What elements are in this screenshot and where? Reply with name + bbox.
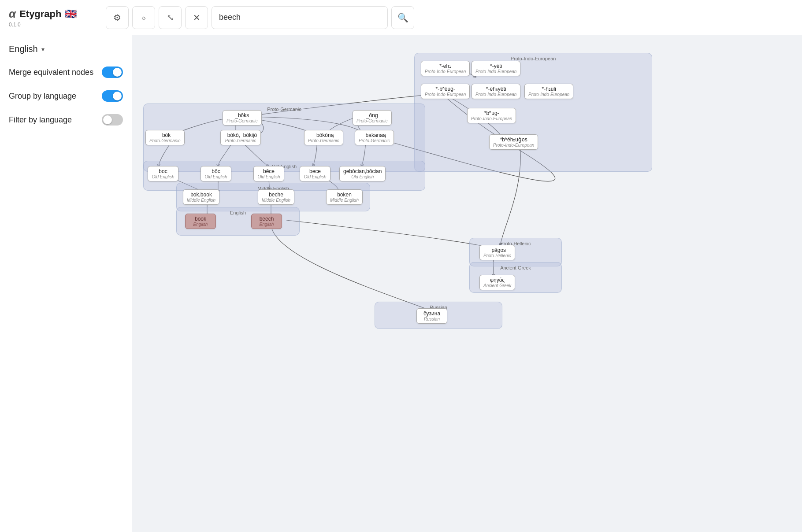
language-label: English <box>9 44 38 54</box>
filter-option: Filter by language <box>9 114 123 126</box>
node-bokono[interactable]: _bōkōną Proto-Germanic <box>304 130 343 145</box>
graph-inner: Proto-Indo-European Proto-Germanic Old E… <box>141 44 670 440</box>
node-bokbook-me[interactable]: bok,book Middle English <box>183 189 219 205</box>
merge-toggle[interactable] <box>102 66 123 78</box>
node-bece-oe[interactable]: bēce Old English <box>253 166 284 181</box>
eraser-button[interactable]: ⬦ <box>132 6 155 29</box>
node-phegos-agr[interactable]: φηγός Ancient Greek <box>479 275 515 290</box>
header: α Etygraph 🇬🇧 0.1.0 ⚙ ⬦ ⤡ ✕ 🔍 <box>0 0 802 35</box>
node-beech-en[interactable]: beech English <box>251 214 282 229</box>
filter-label: Filter by language <box>9 115 72 125</box>
node-book-en[interactable]: book English <box>185 214 216 229</box>
node-eh1[interactable]: *-eh₁ Proto-Indo-European <box>421 61 470 76</box>
node-bheug[interactable]: *-bʰéug- Proto-Indo-European <box>421 84 470 99</box>
search-input[interactable] <box>212 6 388 29</box>
sidebar: English ▾ Merge equivalent nodes Group b… <box>0 35 132 532</box>
node-bakana[interactable]: _bakanaą Proto-Germanic <box>355 130 394 145</box>
node-bece2-oe[interactable]: bece Old English <box>300 166 330 181</box>
node-boken-me[interactable]: boken Middle English <box>326 189 363 205</box>
merge-option: Merge equivalent nodes <box>9 66 123 78</box>
settings-button[interactable]: ⚙ <box>106 6 129 29</box>
node-bokobokijo[interactable]: _bōkō,_bōkijō Proto-Germanic <box>220 130 261 145</box>
node-ong[interactable]: _ōng Proto-Germanic <box>353 110 392 126</box>
node-yeti[interactable]: *-yéti Proto-Indo-European <box>472 61 520 76</box>
chevron-down-icon: ▾ <box>41 46 45 53</box>
node-gebocian-oe[interactable]: gebōcian,bōcian Old English <box>339 166 386 181</box>
node-pagos-phel[interactable]: _pâgos Proto-Hellenic <box>479 245 515 260</box>
filter-toggle[interactable] <box>102 114 123 126</box>
graph-canvas[interactable]: Proto-Indo-European Proto-Germanic Old E… <box>132 35 802 532</box>
node-beche-me[interactable]: beche Middle English <box>258 189 294 205</box>
node-buzina-ru[interactable]: бузина Russian <box>416 308 447 324</box>
version-label: 0.1.0 <box>9 22 97 28</box>
merge-label: Merge equivalent nodes <box>9 68 93 77</box>
node-boks[interactable]: _bōks Proto-Germanic <box>223 110 262 126</box>
app-name: Etygraph <box>19 8 61 20</box>
node-ehyeti[interactable]: *-eh₅yéti Proto-Indo-European <box>472 84 520 99</box>
node-bok[interactable]: _bōk Proto-Germanic <box>145 130 185 145</box>
logo-title: α Etygraph 🇬🇧 <box>9 7 97 21</box>
compress-button[interactable]: ⤡ <box>159 6 182 29</box>
node-bhehugos[interactable]: *bʰéh₂uǵos Proto-Indo-European <box>489 134 538 150</box>
group-toggle[interactable] <box>102 90 123 102</box>
flag-icon: 🇬🇧 <box>65 8 77 20</box>
node-boc-oe[interactable]: boc Old English <box>148 166 178 181</box>
alpha-symbol: α <box>9 7 16 21</box>
toolbar: ⚙ ⬦ ⤡ ✕ 🔍 <box>106 6 793 29</box>
group-label-agr: Ancient Greek <box>500 265 531 270</box>
node-boc2-oe[interactable]: bōc Old English <box>200 166 231 181</box>
main-layout: English ▾ Merge equivalent nodes Group b… <box>0 35 802 532</box>
expand-button[interactable]: ✕ <box>185 6 208 29</box>
node-bhug-pie[interactable]: *bʰug- Proto-Indo-European <box>467 108 516 123</box>
language-selector[interactable]: English ▾ <box>9 44 123 54</box>
logo-area: α Etygraph 🇬🇧 0.1.0 <box>9 7 97 28</box>
group-label-en: English <box>230 210 246 215</box>
search-button[interactable]: 🔍 <box>391 6 414 29</box>
node-huli[interactable]: *-h₂uli Proto-Indo-European <box>524 84 573 99</box>
group-option: Group by language <box>9 90 123 102</box>
group-label-pgmc: Proto-Germanic <box>267 107 301 112</box>
group-label: Group by language <box>9 92 76 101</box>
